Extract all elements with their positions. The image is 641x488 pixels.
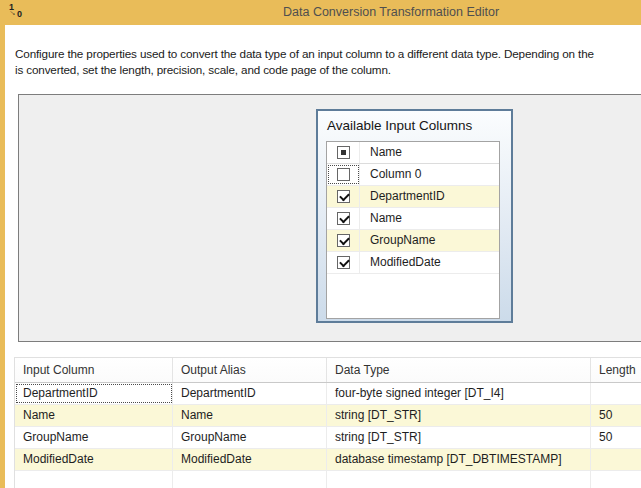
grid-cell-data-type[interactable]: string [DT_STR] — [327, 427, 591, 448]
window-title: Data Conversion Transformation Editor — [283, 5, 499, 19]
column-list-header-row: Name — [327, 142, 499, 164]
column-label: DepartmentID — [360, 186, 445, 207]
column-checkbox[interactable] — [337, 212, 350, 225]
grid-empty-cell[interactable] — [327, 471, 591, 488]
grid-row: GroupNameGroupNamestring [DT_STR]50 — [15, 427, 641, 449]
grid-row: NameNamestring [DT_STR]50 — [15, 405, 641, 427]
checkbox-cell[interactable] — [327, 230, 360, 251]
column-label: Name — [360, 208, 402, 229]
titlebar: 1 → 0 Data Conversion Transformation Edi… — [0, 0, 641, 25]
grid-cell-input-column[interactable]: Name — [15, 405, 173, 426]
description-line-1: Configure the properties used to convert… — [15, 46, 641, 62]
column-checkbox[interactable] — [337, 190, 350, 203]
grid-empty-cell[interactable] — [15, 471, 173, 488]
data-conversion-icon: 1 → 0 — [6, 2, 26, 22]
checkbox-cell[interactable] — [327, 252, 360, 273]
column-label: Column 0 — [360, 164, 421, 185]
grid-empty-row — [15, 471, 641, 488]
description-line-2: is converted, set the length, precision,… — [15, 62, 641, 78]
checkbox-cell[interactable] — [327, 142, 360, 163]
grid-cell-input-column[interactable]: DepartmentID — [15, 383, 173, 404]
select-all-checkbox[interactable] — [337, 146, 350, 159]
grid-header-output-alias[interactable]: Output Alias — [173, 358, 327, 382]
grid-cell-data-type[interactable]: database timestamp [DT_DBTIMESTAMP] — [327, 449, 591, 470]
column-label: ModifiedDate — [360, 252, 441, 273]
dialog-description: Configure the properties used to convert… — [15, 46, 641, 78]
grid-cell-length[interactable] — [591, 383, 641, 404]
grid-empty-cell[interactable] — [591, 471, 641, 488]
column-list-row: DepartmentID — [327, 186, 499, 208]
grid-cell-length[interactable] — [591, 449, 641, 470]
panel-title: Available Input Columns — [327, 118, 472, 133]
column-checkbox[interactable] — [337, 168, 350, 181]
column-list-row: Name — [327, 208, 499, 230]
column-label: GroupName — [360, 230, 435, 251]
grid-row: ModifiedDateModifiedDatedatabase timesta… — [15, 449, 641, 471]
grid-header-length[interactable]: Length — [591, 358, 641, 382]
grid-cell-output-alias[interactable]: GroupName — [173, 427, 327, 448]
grid-cell-length[interactable]: 50 — [591, 427, 641, 448]
grid-cell-length[interactable]: 50 — [591, 405, 641, 426]
grid-cell-data-type[interactable]: four-byte signed integer [DT_I4] — [327, 383, 591, 404]
grid-cell-output-alias[interactable]: ModifiedDate — [173, 449, 327, 470]
grid-header-input-column[interactable]: Input Column — [15, 358, 173, 382]
grid-cell-input-column[interactable]: ModifiedDate — [15, 449, 173, 470]
available-input-columns-panel[interactable]: Available Input Columns NameColumn 0Depa… — [316, 109, 513, 323]
grid-empty-cell[interactable] — [173, 471, 327, 488]
column-list-row: Column 0 — [327, 164, 499, 186]
grid-cell-data-type[interactable]: string [DT_STR] — [327, 405, 591, 426]
window-left-border — [0, 0, 5, 488]
grid-cell-output-alias[interactable]: DepartmentID — [173, 383, 327, 404]
checkbox-cell[interactable] — [327, 186, 360, 207]
available-input-columns-list[interactable]: NameColumn 0DepartmentIDNameGroupNameMod… — [326, 141, 500, 319]
column-list-row: ModifiedDate — [327, 252, 499, 274]
column-list-header-label: Name — [360, 142, 402, 163]
checkbox-cell[interactable] — [327, 164, 360, 185]
grid-cell-input-column[interactable]: GroupName — [15, 427, 173, 448]
grid-cell-output-alias[interactable]: Name — [173, 405, 327, 426]
column-checkbox[interactable] — [337, 234, 350, 247]
grid-row: DepartmentIDDepartmentIDfour-byte signed… — [15, 383, 641, 405]
checkbox-cell[interactable] — [327, 208, 360, 229]
grid-header-data-type[interactable]: Data Type — [327, 358, 591, 382]
grid-header-row: Input ColumnOutput AliasData TypeLength — [15, 358, 641, 383]
column-checkbox[interactable] — [337, 256, 350, 269]
column-list-row: GroupName — [327, 230, 499, 252]
conversion-grid[interactable]: Input ColumnOutput AliasData TypeLengthD… — [14, 357, 641, 488]
